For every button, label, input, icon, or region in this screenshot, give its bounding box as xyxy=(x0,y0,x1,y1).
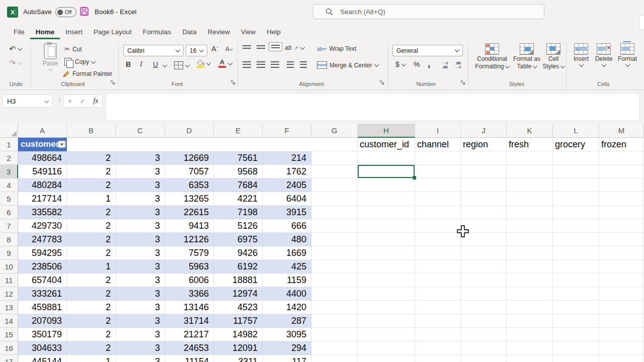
cell-E16[interactable]: 12091 xyxy=(214,341,263,355)
cell-M17[interactable] xyxy=(599,355,644,362)
cell-J11[interactable] xyxy=(461,274,507,287)
cell-J2[interactable] xyxy=(461,151,507,165)
cell-L5[interactable] xyxy=(553,192,599,206)
cell-F14[interactable]: 287 xyxy=(263,314,311,328)
decrease-indent-button[interactable] xyxy=(287,61,294,68)
cell-K14[interactable] xyxy=(507,314,553,328)
column-header-B[interactable]: B xyxy=(67,124,116,138)
row-header-16[interactable]: 16 xyxy=(0,341,18,355)
cell-B7[interactable]: 2 xyxy=(67,219,116,233)
format-painter-button[interactable]: Format Painter xyxy=(63,70,112,77)
cell-K7[interactable] xyxy=(507,219,553,233)
cell-E13[interactable]: 4523 xyxy=(214,301,263,314)
cell-C3[interactable]: 3 xyxy=(116,165,165,178)
underline-button[interactable]: U xyxy=(153,60,158,68)
alignment-dialog-launcher[interactable] xyxy=(379,80,385,85)
cell-C2[interactable]: 3 xyxy=(116,151,165,165)
cell-J10[interactable] xyxy=(461,260,507,274)
cell-B17[interactable]: 1 xyxy=(67,355,116,362)
cell-L7[interactable] xyxy=(553,219,599,233)
insert-cells-button[interactable]: ← Insert xyxy=(571,43,592,67)
cell-L16[interactable] xyxy=(553,341,599,355)
tab-file[interactable]: File xyxy=(8,25,30,39)
save-icon[interactable] xyxy=(79,7,89,16)
cell-H17[interactable] xyxy=(358,355,415,362)
decrease-decimal-button[interactable]: .00→0 xyxy=(455,61,461,69)
column-header-G[interactable]: G xyxy=(311,124,358,138)
cell-G9[interactable] xyxy=(311,246,358,260)
cell-B3[interactable]: 2 xyxy=(67,165,116,178)
cell-A9[interactable]: 594295 xyxy=(18,246,67,260)
autosave-toggle[interactable]: Off xyxy=(55,7,76,17)
cell-E17[interactable]: 3311 xyxy=(214,355,263,362)
cell-C13[interactable]: 3 xyxy=(116,301,165,314)
number-format-combo[interactable]: General xyxy=(392,45,463,56)
cell-C17[interactable]: 3 xyxy=(116,355,165,362)
paste-button[interactable]: Paste xyxy=(39,43,61,71)
cell-I11[interactable] xyxy=(415,274,461,287)
cell-K13[interactable] xyxy=(507,301,553,314)
cell-D5[interactable]: 13265 xyxy=(165,192,214,206)
cell-A1[interactable]: customer_id xyxy=(18,138,67,151)
row-header-11[interactable]: 11 xyxy=(0,274,18,287)
increase-font-button[interactable]: Aˆ xyxy=(211,44,218,53)
column-header-D[interactable]: D xyxy=(165,124,214,138)
cell-M15[interactable] xyxy=(599,328,644,341)
cell-B4[interactable]: 2 xyxy=(67,178,116,192)
cell-D4[interactable]: 6353 xyxy=(165,178,214,192)
middle-align-button[interactable] xyxy=(257,45,265,49)
cell-L8[interactable] xyxy=(553,233,599,246)
column-header-M[interactable]: M xyxy=(599,124,644,138)
cell-K6[interactable] xyxy=(507,206,553,219)
cell-E11[interactable]: 18881 xyxy=(214,274,263,287)
select-all-corner[interactable] xyxy=(0,124,18,138)
cell-H6[interactable] xyxy=(358,206,415,219)
cell-G5[interactable] xyxy=(311,192,358,206)
cell-L17[interactable] xyxy=(553,355,599,362)
cell-styles-button[interactable]: Cell Styles xyxy=(542,43,565,70)
comma-style-button[interactable]: , xyxy=(428,58,430,69)
cell-A14[interactable]: 207093 xyxy=(18,314,67,328)
cell-D13[interactable]: 13146 xyxy=(165,301,214,314)
cell-E5[interactable]: 4221 xyxy=(214,192,263,206)
cell-K17[interactable] xyxy=(507,355,553,362)
cell-H11[interactable] xyxy=(358,274,415,287)
column-header-J[interactable]: J xyxy=(461,124,507,138)
cell-D3[interactable]: 7057 xyxy=(165,165,214,178)
font-color-button[interactable]: A xyxy=(218,59,232,68)
cell-H15[interactable] xyxy=(358,328,415,341)
cell-B12[interactable]: 2 xyxy=(67,287,116,301)
bold-button[interactable]: B xyxy=(126,60,131,68)
column-header-H[interactable]: H xyxy=(358,124,415,138)
cell-M5[interactable] xyxy=(599,192,644,206)
cell-H16[interactable] xyxy=(358,341,415,355)
cancel-icon[interactable]: × xyxy=(68,97,72,105)
row-header-3[interactable]: 3 xyxy=(0,165,18,178)
cell-H8[interactable] xyxy=(358,233,415,246)
cell-I13[interactable] xyxy=(415,301,461,314)
cell-H1[interactable]: customer_id xyxy=(358,138,415,151)
percent-style-button[interactable]: % xyxy=(414,60,420,68)
cell-I10[interactable] xyxy=(415,260,461,274)
cut-button[interactable]: ✂ Cut xyxy=(64,45,82,53)
cell-B13[interactable]: 2 xyxy=(67,301,116,314)
enter-icon[interactable]: ✓ xyxy=(79,97,86,105)
cell-D8[interactable]: 12126 xyxy=(165,233,214,246)
cell-M6[interactable] xyxy=(599,206,644,219)
underline-dropdown[interactable] xyxy=(163,62,168,67)
cell-H12[interactable] xyxy=(358,287,415,301)
cell-I2[interactable] xyxy=(415,151,461,165)
cell-J5[interactable] xyxy=(461,192,507,206)
cell-M8[interactable] xyxy=(599,233,644,246)
cell-A6[interactable]: 335582 xyxy=(18,206,67,219)
cell-J4[interactable] xyxy=(461,178,507,192)
insert-function-icon[interactable]: fx xyxy=(93,97,98,105)
cell-D16[interactable]: 24653 xyxy=(165,341,214,355)
cell-I6[interactable] xyxy=(415,206,461,219)
cell-F11[interactable]: 1159 xyxy=(263,274,311,287)
cell-L3[interactable] xyxy=(553,165,599,178)
cell-I15[interactable] xyxy=(415,328,461,341)
cell-F8[interactable]: 480 xyxy=(263,233,311,246)
cell-K8[interactable] xyxy=(507,233,553,246)
cell-A7[interactable]: 429730 xyxy=(18,219,67,233)
